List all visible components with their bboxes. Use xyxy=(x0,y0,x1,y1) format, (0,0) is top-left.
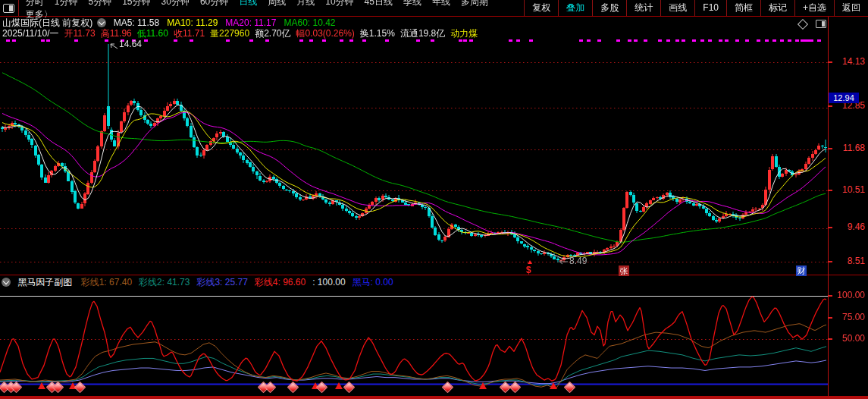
toolbar-button-3[interactable]: 统计 xyxy=(626,0,660,16)
quote-field-1: 开11.73 xyxy=(64,28,96,39)
price-axis-label-5: 8.51 xyxy=(848,256,865,266)
buy-triangle-marker xyxy=(335,382,343,389)
toolbar: 分时1分钟5分钟15分钟30分钟60分钟日线周线月线10分钟45日线季线年线多周… xyxy=(0,0,868,17)
price-axis-label-4: 9.46 xyxy=(848,221,865,232)
subchart-value-5: 黑马: 0.00 xyxy=(353,277,393,287)
buy-triangle-marker xyxy=(550,382,557,389)
axis-tick xyxy=(828,227,832,228)
price-axis-label-3: 10.51 xyxy=(842,184,865,195)
toolbar-button-8[interactable]: +自选 xyxy=(794,0,834,16)
toolbar-button-6[interactable]: 简框 xyxy=(726,0,760,16)
tab-period-8[interactable]: 月线 xyxy=(291,0,320,7)
tab-period-11[interactable]: 季线 xyxy=(398,0,427,7)
axis-tick xyxy=(828,105,832,107)
tab-period-4[interactable]: 30分钟 xyxy=(156,0,195,7)
quote-field-8: 换1.15% xyxy=(360,28,395,39)
sub-axis-label-1: 75.00 xyxy=(842,312,865,322)
toolbar-right-buttons: 复权叠加多股统计画线F10简框标记+自选返回 xyxy=(524,0,868,16)
tdx-app-window: 分时1分钟5分钟15分钟30分钟60分钟日线周线月线10分钟45日线季线年线多周… xyxy=(0,0,868,399)
buy-triangle-marker xyxy=(479,382,487,389)
chevron-down-circle-icon[interactable] xyxy=(2,278,11,287)
diamond-marker-icon[interactable] xyxy=(797,19,808,30)
subchart-value-3: 彩线4: 96.60 xyxy=(255,277,306,287)
tab-period-0[interactable]: 分时 xyxy=(20,0,49,7)
quote-field-0: 2025/11/10/一 xyxy=(2,28,59,39)
subchart-value-2: 彩线3: 25.77 xyxy=(196,277,247,287)
main-chart-canvas[interactable] xyxy=(0,17,828,275)
toolbar-button-7[interactable]: 标记 xyxy=(760,0,794,16)
quote-field-10: 动力煤 xyxy=(450,28,478,39)
tab-period-6[interactable]: 日线 xyxy=(233,0,262,7)
quote-field-2: 高11.96 xyxy=(101,28,132,39)
tab-period-14[interactable]: 更多〉 xyxy=(20,9,58,20)
price-axis-label-0: 14.13 xyxy=(842,56,865,67)
event-badge-1: 财 xyxy=(796,265,807,276)
subchart-canvas[interactable] xyxy=(0,290,828,397)
quote-field-9: 流通19.8亿 xyxy=(400,28,445,39)
quote-field-7: 幅0.03(0.26%) xyxy=(296,28,354,39)
buy-triangle-marker xyxy=(38,382,45,389)
quote-info-row: 2025/11/10/一开11.73高11.96低11.60收11.71量227… xyxy=(2,28,483,39)
period-tabs: 分时1分钟5分钟15分钟30分钟60分钟日线周线月线10分钟45日线季线年线多周… xyxy=(20,0,525,21)
tab-period-3[interactable]: 15分钟 xyxy=(117,0,155,7)
low-price-annotation: 8.49 xyxy=(569,256,587,266)
axis-tick xyxy=(828,317,832,319)
toolbar-button-1[interactable]: 叠加 xyxy=(558,0,592,16)
axis-tick xyxy=(828,61,832,63)
axis-tick xyxy=(828,295,832,297)
main-price-axis: 14.1312.8511.6810.519.468.51 xyxy=(828,0,868,275)
toolbar-button-9[interactable]: 返回 xyxy=(834,0,868,16)
tab-period-13[interactable]: 多周期 xyxy=(456,0,494,7)
toolbar-button-2[interactable]: 多股 xyxy=(592,0,626,16)
window-layout-icon[interactable] xyxy=(3,4,14,13)
chart-corner-icons xyxy=(799,20,826,30)
high-price-annotation: 14.64 xyxy=(119,39,142,49)
sub-axis-label-2: 50.00 xyxy=(842,333,865,344)
axis-tick xyxy=(828,190,832,191)
toolbar-button-5[interactable]: F10 xyxy=(694,0,726,16)
toolbar-button-4[interactable]: 画线 xyxy=(660,0,694,16)
split-window-icon[interactable] xyxy=(816,20,826,28)
subchart-header: 黑马因子副图 彩线1: 67.40彩线2: 41.73彩线3: 25.77彩线4… xyxy=(2,275,400,289)
quote-field-6: 额2.70亿 xyxy=(255,28,290,39)
axis-tick xyxy=(828,261,832,262)
tab-period-12[interactable]: 年线 xyxy=(427,0,456,7)
price-highlight-badge: 12.94 xyxy=(829,93,859,103)
axis-tick xyxy=(828,338,832,340)
tab-period-5[interactable]: 60分钟 xyxy=(195,0,233,7)
tab-period-9[interactable]: 10分钟 xyxy=(320,0,359,7)
tab-period-1[interactable]: 1分钟 xyxy=(49,0,83,7)
subchart-value-0: 彩线1: 67.40 xyxy=(81,277,132,287)
axis-tick xyxy=(828,148,832,149)
subchart-values: 彩线1: 67.40彩线2: 41.73彩线3: 25.77彩线4: 96.60… xyxy=(81,277,400,287)
quote-field-3: 低11.60 xyxy=(137,28,168,39)
quote-field-5: 量227960 xyxy=(210,28,249,39)
tab-period-10[interactable]: 45日线 xyxy=(359,0,398,7)
subchart-axis: 100.0075.0050.00 xyxy=(828,275,868,397)
price-axis-label-2: 11.68 xyxy=(843,143,865,153)
sub-axis-label-0: 100.00 xyxy=(837,290,865,300)
window-bottom-border xyxy=(0,396,868,399)
signal-dollar-icon: $ xyxy=(526,265,531,275)
subchart-value-1: 彩线2: 41.73 xyxy=(139,277,190,287)
tab-period-2[interactable]: 5分钟 xyxy=(83,0,117,7)
tab-period-7[interactable]: 周线 xyxy=(262,0,291,7)
toolbar-button-0[interactable]: 复权 xyxy=(524,0,558,16)
event-badge-0: 张 xyxy=(619,265,629,276)
subchart-value-4: : 100.00 xyxy=(312,277,345,287)
quote-field-4: 收11.71 xyxy=(174,28,205,39)
subchart-title: 黑马因子副图 xyxy=(17,277,72,287)
toolbar-divider xyxy=(18,0,19,16)
